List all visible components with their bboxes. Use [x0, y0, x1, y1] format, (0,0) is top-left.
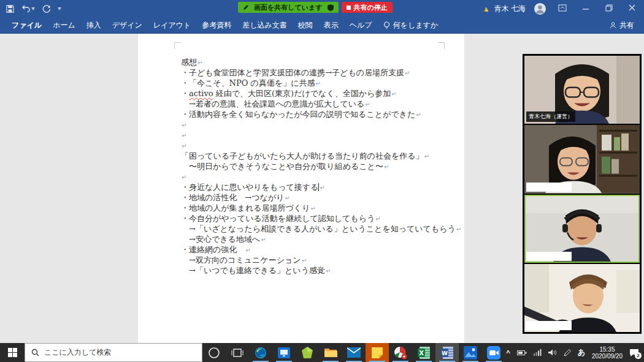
document-page[interactable]: 感想↵・子ども食堂団体と学習支援団体の連携→子どもの居場所支援↵・「今こそ、NP… — [138, 34, 464, 343]
taskbar-app-excel-icon[interactable]: X — [412, 343, 435, 362]
document-line: →双方向のコミュニケーション↵ — [181, 255, 459, 265]
account-avatar[interactable] — [534, 3, 546, 15]
volume-icon[interactable] — [548, 349, 557, 356]
ribbon-tab-8[interactable]: 校閲 — [293, 17, 318, 34]
text-boundary-mark — [438, 42, 445, 49]
close-button[interactable] — [625, 4, 639, 13]
taskbar-clock[interactable]: 15:35 2020/09/20 — [592, 346, 623, 360]
ribbon-tab-3[interactable]: 挿入 — [81, 17, 107, 34]
taskbar-search-input[interactable]: ここに入力して検索 — [25, 343, 202, 362]
document-line: ・活動内容を全く知らなかったが今回の説明で知ることができた↵ — [181, 109, 459, 119]
taskbar-app-edge-icon[interactable] — [249, 343, 272, 362]
ribbon-tab-bar: ファイルホーム挿入デザインレイアウト参考資料差し込み文書校閲表示ヘルプ 何をしま… — [0, 17, 644, 34]
tell-me-box[interactable]: 何をしますか — [378, 20, 443, 31]
battery-icon[interactable] — [517, 350, 527, 356]
ime-mode-indicator[interactable]: あ — [578, 347, 585, 358]
paragraph-mark-icon: ↵ — [320, 184, 324, 191]
taskbar-app-photos-icon[interactable] — [459, 343, 482, 362]
save-icon[interactable] — [6, 5, 14, 13]
paragraph-mark-icon: ↵ — [182, 122, 186, 129]
show-hidden-icons-button[interactable]: ^ — [506, 349, 510, 356]
paragraph-mark-icon: ↵ — [405, 70, 410, 77]
svg-text:W: W — [442, 350, 448, 356]
stop-share-button[interactable]: 共有の停止 — [342, 2, 393, 13]
taskbar-app-zoom-icon[interactable] — [482, 343, 505, 362]
search-placeholder: ここに入力して検索 — [44, 347, 111, 358]
taskbar-app-green-app-icon[interactable] — [296, 343, 319, 362]
ribbon-tab-7[interactable]: 差し込み文書 — [237, 17, 293, 34]
paragraph-mark-icon: ↵ — [182, 132, 186, 139]
paragraph-mark-icon: ↵ — [424, 153, 429, 160]
ribbon-tab-5[interactable]: レイアウト — [148, 17, 196, 34]
document-line: ・「今こそ、NPO の真価を」に共感↵ — [181, 78, 459, 88]
taskbar-button-task-view-icon[interactable] — [226, 343, 249, 362]
text-boundary-mark — [174, 42, 181, 49]
document-line: ↵ — [181, 119, 459, 130]
screen-share-banner: 画面を共有しています 共有の停止 — [238, 2, 393, 13]
share-button[interactable]: 共有 — [610, 20, 638, 31]
participant-name-label — [526, 183, 572, 192]
minimize-button[interactable] — [579, 4, 593, 13]
paragraph-mark-icon: ↵ — [456, 226, 461, 233]
document-line: 「困っている子どもがいたら大人が助ける当たり前の社会を作る」↵ — [181, 151, 459, 161]
undo-button[interactable] — [21, 5, 35, 12]
paragraph-mark-icon: ↵ — [375, 216, 380, 222]
ribbon-tab-6[interactable]: 参考資料 — [196, 17, 237, 34]
warning-icon[interactable]: ▲! — [482, 5, 492, 13]
taskbar-app-store-icon[interactable] — [272, 343, 296, 362]
taskbar-app-sticky-notes-icon[interactable] — [366, 343, 389, 362]
pen-icon[interactable] — [564, 349, 571, 356]
document-line: ・地域の活性化 →つながり↵ — [181, 192, 459, 203]
ribbon-tab-2[interactable]: ホーム — [47, 17, 81, 34]
document-line: ・今自分がやっている活動を継続して認知してもらう↵ — [181, 213, 459, 224]
video-tile-1[interactable]: 青木七海（運営） — [524, 56, 640, 124]
meeting-video-panel: 青木七海（運営） — [523, 54, 642, 334]
ribbon-tabs: ファイルホーム挿入デザインレイアウト参考資料差し込み文書校閲表示ヘルプ — [6, 17, 378, 34]
stop-icon — [347, 6, 351, 10]
clock-time: 15:35 — [592, 346, 623, 353]
document-line: ・連絡網の強化 ↵ — [181, 244, 459, 255]
video-tile-4[interactable] — [524, 264, 640, 332]
sharing-status-pill: 画面を共有しています — [238, 2, 339, 13]
clock-date: 2020/09/20 — [592, 353, 623, 360]
network-icon[interactable] — [534, 349, 542, 356]
action-center-button[interactable]: 2 — [629, 349, 639, 357]
paragraph-mark-icon: ↵ — [182, 174, 186, 181]
windows-logo-icon — [8, 348, 17, 357]
redo-button[interactable] — [42, 5, 50, 13]
ribbon-tab-9[interactable]: 表示 — [318, 17, 344, 34]
shield-icon — [328, 4, 334, 11]
paragraph-mark-icon: ↵ — [416, 111, 421, 118]
paragraph-mark-icon: ↵ — [391, 91, 396, 97]
taskbar-app-file-explorer-icon[interactable] — [319, 343, 342, 362]
paragraph-mark-icon: ↵ — [384, 164, 389, 170]
paragraph-mark-icon: ↵ — [197, 59, 202, 66]
ribbon-tab-4[interactable]: デザイン — [107, 17, 148, 34]
taskbar-app-word-icon[interactable]: W — [435, 343, 459, 362]
sharing-status-text: 画面を共有しています — [254, 3, 323, 12]
restore-button[interactable] — [602, 4, 616, 13]
taskbar-app-mail-icon[interactable] — [342, 343, 366, 362]
document-line: ・子ども食堂団体と学習支援団体の連携→子どもの居場所支援↵ — [181, 67, 459, 78]
taskbar-app-app-with-badge-icon[interactable] — [389, 343, 412, 362]
document-line: →若者の意識、社会課題への意識が拡大している↵ — [181, 99, 459, 109]
document-line: ・身近な人に思いやりをもって接する↵ — [181, 182, 459, 192]
start-button[interactable] — [0, 343, 25, 362]
video-tile-2[interactable] — [524, 125, 640, 193]
document-line: ↵ — [181, 130, 459, 140]
paragraph-mark-icon: ↵ — [310, 205, 315, 212]
ribbon-tab-10[interactable]: ヘルプ — [344, 17, 378, 34]
paragraph-mark-icon: ↵ — [285, 195, 289, 202]
account-name[interactable]: 青木 七海 — [494, 4, 526, 14]
ribbon-display-options-button[interactable] — [554, 4, 570, 13]
customize-quick-access-button[interactable] — [58, 7, 61, 10]
ribbon-tab-1[interactable]: ファイル — [6, 17, 47, 34]
paragraph-mark-icon: ↵ — [315, 80, 320, 87]
paragraph-mark-icon: ↵ — [182, 143, 186, 149]
document-line: ↵ — [181, 172, 459, 182]
document-line: →「いつでも連絡できる」という感覚↵ — [181, 265, 459, 276]
document-line: ・地域の人が集まれる居場所づくり↵ — [181, 203, 459, 213]
taskbar-button-cortana-icon[interactable] — [202, 343, 226, 362]
document-text[interactable]: 感想↵・子ども食堂団体と学習支援団体の連携→子どもの居場所支援↵・「今こそ、NP… — [181, 57, 459, 276]
video-tile-3[interactable] — [524, 195, 640, 263]
